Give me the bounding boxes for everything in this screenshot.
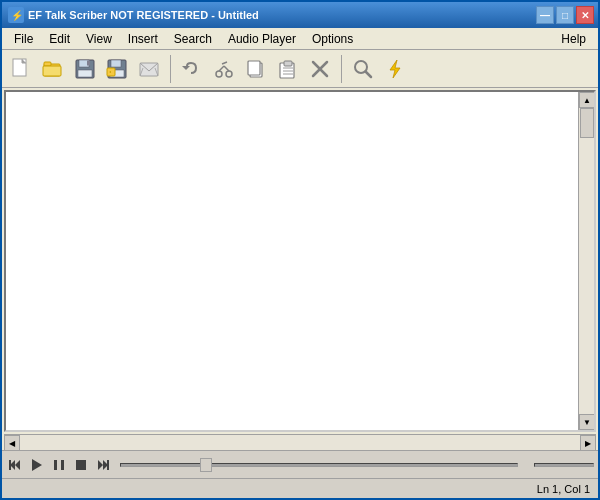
minimize-button[interactable]: —: [536, 6, 554, 24]
undo-icon: [181, 58, 203, 80]
audio-player-bar: [2, 450, 598, 478]
svg-point-22: [226, 71, 232, 77]
toolbar: [2, 50, 598, 88]
audio-volume-slider[interactable]: [534, 463, 594, 467]
pause-icon: [52, 458, 66, 472]
audio-skip-start-button[interactable]: [6, 456, 24, 474]
title-bar-left: ⚡ EF Talk Scriber NOT REGISTERED - Untit…: [8, 7, 259, 23]
svg-text:⚡: ⚡: [11, 9, 24, 22]
save-as-button[interactable]: [102, 54, 132, 84]
editor-container: ▲ ▼: [4, 90, 596, 432]
open-button[interactable]: [38, 54, 68, 84]
window-title: EF Talk Scriber NOT REGISTERED - Untitle…: [28, 9, 259, 21]
properties-icon: [138, 58, 160, 80]
svg-point-21: [216, 71, 222, 77]
svg-rect-7: [44, 62, 51, 66]
menu-help[interactable]: Help: [553, 28, 594, 49]
delete-icon: [309, 58, 331, 80]
scroll-thumb-v[interactable]: [580, 108, 594, 138]
open-icon: [42, 58, 64, 80]
new-button[interactable]: [6, 54, 36, 84]
toolbar-sep-1: [170, 55, 171, 83]
svg-rect-8: [43, 66, 61, 76]
close-button[interactable]: ✕: [576, 6, 594, 24]
svg-rect-43: [61, 460, 64, 470]
skip-end-icon: [96, 458, 110, 472]
editor-input[interactable]: [6, 92, 578, 430]
menu-edit[interactable]: Edit: [41, 28, 78, 49]
svg-rect-44: [76, 460, 86, 470]
maximize-button[interactable]: □: [556, 6, 574, 24]
svg-line-24: [224, 66, 229, 71]
svg-rect-11: [78, 70, 92, 77]
scroll-track-h[interactable]: [20, 435, 580, 450]
lightning-icon: [384, 58, 406, 80]
audio-position-slider-container: [116, 463, 522, 467]
stop-icon: [74, 458, 88, 472]
title-bar: ⚡ EF Talk Scriber NOT REGISTERED - Untit…: [2, 2, 598, 28]
svg-rect-27: [248, 61, 260, 75]
main-window: ⚡ EF Talk Scriber NOT REGISTERED - Untit…: [0, 0, 600, 500]
svg-marker-45: [98, 460, 103, 470]
undo-button[interactable]: [177, 54, 207, 84]
audio-skip-end-button[interactable]: [94, 456, 112, 474]
audio-position-slider[interactable]: [120, 463, 518, 467]
copy-button[interactable]: [241, 54, 271, 84]
svg-rect-14: [111, 60, 121, 67]
title-buttons: — □ ✕: [536, 6, 594, 24]
menu-view[interactable]: View: [78, 28, 120, 49]
paste-icon: [277, 58, 299, 80]
scroll-up-button[interactable]: ▲: [579, 92, 595, 108]
status-text: Ln 1, Col 1: [537, 483, 590, 495]
copy-icon: [245, 58, 267, 80]
scroll-down-button[interactable]: ▼: [579, 414, 595, 430]
svg-marker-37: [390, 60, 400, 78]
toolbar-sep-2: [341, 55, 342, 83]
save-icon: [74, 58, 96, 80]
audio-stop-button[interactable]: [72, 456, 90, 474]
lightning-button[interactable]: [380, 54, 410, 84]
properties-button[interactable]: [134, 54, 164, 84]
app-title-icon: ⚡: [8, 7, 24, 23]
scroll-right-button[interactable]: ▶: [580, 435, 596, 451]
svg-line-23: [219, 66, 224, 71]
svg-marker-40: [15, 460, 20, 470]
paste-button[interactable]: [273, 54, 303, 84]
svg-rect-12: [87, 60, 90, 65]
status-bar: Ln 1, Col 1: [2, 478, 598, 498]
menu-bar: File Edit View Insert Search Audio Playe…: [2, 28, 598, 50]
menu-insert[interactable]: Insert: [120, 28, 166, 49]
cut-button[interactable]: [209, 54, 239, 84]
menu-options[interactable]: Options: [304, 28, 361, 49]
search-icon: [352, 58, 374, 80]
menu-file[interactable]: File: [6, 28, 41, 49]
audio-pause-button[interactable]: [50, 456, 68, 474]
save-as-icon: [106, 58, 128, 80]
menu-search[interactable]: Search: [166, 28, 220, 49]
horizontal-scrollbar: ◀ ▶: [4, 434, 596, 450]
play-icon: [30, 458, 44, 472]
skip-start-icon: [8, 458, 22, 472]
menu-audio-player[interactable]: Audio Player: [220, 28, 304, 49]
audio-position-thumb[interactable]: [200, 458, 212, 472]
editor-area: [6, 92, 578, 430]
new-icon: [10, 58, 32, 80]
cut-icon: [213, 58, 235, 80]
svg-line-36: [366, 71, 372, 77]
scroll-left-button[interactable]: ◀: [4, 435, 20, 451]
scroll-track-v[interactable]: [579, 108, 594, 414]
delete-button[interactable]: [305, 54, 335, 84]
svg-line-25: [222, 62, 227, 64]
vertical-scrollbar: ▲ ▼: [578, 92, 594, 430]
svg-rect-42: [54, 460, 57, 470]
svg-rect-29: [284, 61, 292, 66]
audio-play-button[interactable]: [28, 456, 46, 474]
find-button[interactable]: [348, 54, 378, 84]
save-button[interactable]: [70, 54, 100, 84]
svg-marker-41: [32, 459, 42, 471]
